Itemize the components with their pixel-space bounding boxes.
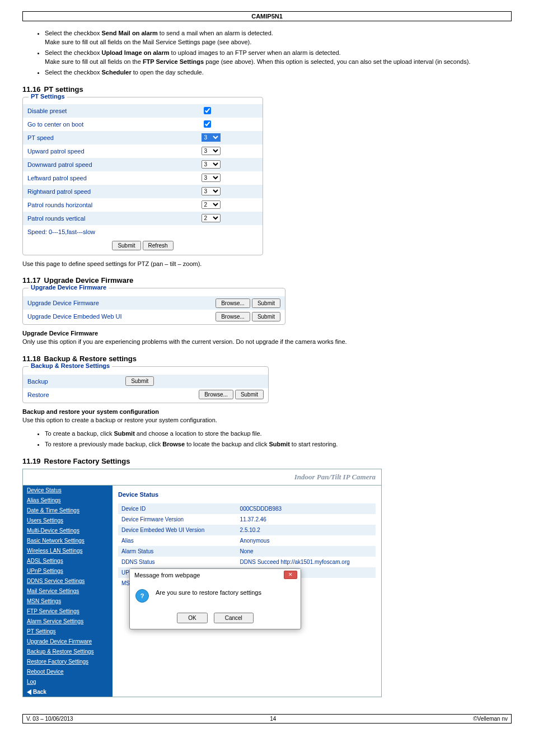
- section-upgrade-heading: 11.17Upgrade Device Firmware: [22, 276, 512, 284]
- doc-footer: V. 03 – 10/06/2013 14 ©Velleman nv: [22, 714, 512, 724]
- intro-b2: Select the checkbox Upload Image on alar…: [45, 49, 512, 67]
- close-icon[interactable]: ✕: [284, 571, 297, 579]
- rounds-v-select[interactable]: 2: [202, 214, 221, 222]
- s18-para: Use this option to create a backup or re…: [22, 417, 217, 423]
- nav-ftp-service[interactable]: FTP Service Settings: [23, 606, 113, 617]
- confirm-dialog: Message from webpage ✕ ? Are you sure to…: [129, 568, 301, 629]
- left-speed-select[interactable]: 3: [202, 174, 221, 182]
- intro-b2-sub-post: page (see above). When this option is se…: [204, 58, 470, 65]
- go-center-checkbox[interactable]: [204, 120, 211, 128]
- right-speed-select[interactable]: 3: [202, 187, 221, 195]
- nav-device-status[interactable]: Device Status: [23, 486, 113, 496]
- nav-ddns[interactable]: DDNS Service Settings: [23, 576, 113, 586]
- footer-version: V. 03 – 10/06/2013: [23, 715, 77, 723]
- sk2: Device Embeded Web UI Version: [118, 525, 237, 535]
- nav-alarm-service[interactable]: Alarm Service Settings: [23, 617, 113, 627]
- s18-b2-post: to start restoring.: [290, 441, 338, 447]
- s18-b1-post: and choose a location to store the backu…: [135, 430, 262, 437]
- upgrade-row1-label: Upgrade Device Firmware: [23, 296, 167, 310]
- pt-row-disable-label: Disable preset: [23, 104, 197, 118]
- backup-row-label: Backup: [23, 375, 121, 388]
- intro-b3-bold: Scheduler: [102, 69, 132, 76]
- pt-row-vrounds-label: Patrol rounds vertical: [23, 212, 197, 225]
- up-speed-select[interactable]: 3: [202, 147, 221, 155]
- pt-row-ptspeed-label: PT speed: [23, 131, 197, 144]
- s18-b1: To create a backup, click Submit and cho…: [45, 430, 512, 438]
- upgrade-row1-browse-button[interactable]: Browse...: [216, 298, 250, 308]
- down-speed-select[interactable]: 3: [202, 160, 221, 169]
- sv1: 11.37.2.46: [237, 514, 376, 525]
- nav-basic-network[interactable]: Basic Network Settings: [23, 536, 113, 546]
- backup-panel: Backup & Restore Settings Backup Submit …: [22, 366, 269, 403]
- sk4: Alarm Status: [118, 546, 237, 557]
- nav-sidebar: Device Status Alias Settings Date & Time…: [23, 486, 113, 697]
- pt-settings-panel: PT Settings Disable preset Go to center …: [22, 97, 263, 255]
- status-title: Device Status: [118, 489, 376, 503]
- nav-upgrade-firmware[interactable]: Upgrade Device Firmware: [23, 637, 113, 647]
- s18-subhead: Backup and restore your system configura…: [22, 408, 159, 415]
- modal-text: Are you sure to restore factory settings: [156, 589, 261, 596]
- sv0: 000C5DDDB983: [237, 503, 376, 514]
- s18-bullets: To create a backup, click Submit and cho…: [22, 430, 512, 449]
- backup-submit-button[interactable]: Submit: [125, 376, 154, 386]
- intro-b3-pre: Select the checkbox: [45, 69, 102, 76]
- s18-title: Backup & Restore settings: [44, 354, 137, 363]
- restore-submit-button[interactable]: Submit: [235, 390, 264, 399]
- nav-alias-settings[interactable]: Alias Settings: [23, 496, 113, 506]
- s16-title: PT settings: [44, 85, 83, 94]
- sv2: 2.5.10.2: [237, 525, 376, 535]
- nav-backup-restore[interactable]: Backup & Restore Settings: [23, 647, 113, 657]
- intro-b3-post: to open the day schedule.: [132, 69, 204, 76]
- nav-back[interactable]: Back: [23, 687, 113, 697]
- pt-row-hrounds-label: Patrol rounds horizontal: [23, 198, 197, 212]
- pt-refresh-button[interactable]: Refresh: [143, 241, 174, 250]
- upgrade-row2-submit-button[interactable]: Submit: [252, 312, 280, 321]
- pt-submit-button[interactable]: Submit: [112, 241, 140, 250]
- nav-adsl[interactable]: ADSL Settings: [23, 556, 113, 566]
- rounds-h-select[interactable]: 2: [202, 200, 221, 209]
- nav-pt-settings[interactable]: PT Settings: [23, 627, 113, 637]
- intro-b2-pre: Select the checkbox: [45, 49, 102, 56]
- intro-b1-sub: Make sure to fill out all fields on the …: [45, 39, 251, 45]
- modal-cancel-button[interactable]: Cancel: [214, 613, 254, 623]
- s18-b1-pre: To create a backup, click: [45, 430, 114, 437]
- nav-msn[interactable]: MSN Settings: [23, 596, 113, 606]
- intro-b2-sub-bold: FTP Service Settings: [143, 58, 204, 65]
- nav-multi-device[interactable]: Multi-Device Settings: [23, 526, 113, 536]
- nav-log[interactable]: Log: [23, 677, 113, 687]
- upgrade-table: Upgrade Device Firmware Browse... Submit…: [23, 296, 285, 323]
- device-pane: Indoor Pan/Tilt IP Camera Device Status …: [22, 469, 382, 697]
- intro-b1-post: to send a mail when an alarm is detected…: [158, 30, 273, 36]
- intro-b3: Select the checkbox Scheduler to open th…: [45, 68, 512, 77]
- nav-reboot[interactable]: Reboot Device: [23, 667, 113, 677]
- upgrade-row2-browse-button[interactable]: Browse...: [216, 312, 250, 321]
- modal-ok-button[interactable]: OK: [177, 613, 207, 623]
- section-backup-heading: 11.18Backup & Restore settings: [22, 354, 512, 363]
- s18-num: 11.18: [22, 354, 41, 363]
- pt-speed-select[interactable]: 3: [202, 133, 221, 142]
- nav-mail-service[interactable]: Mail Service Settings: [23, 586, 113, 596]
- upgrade-panel-legend: Upgrade Device Firmware: [29, 284, 109, 291]
- upgrade-row1-submit-button[interactable]: Submit: [252, 298, 280, 308]
- footer-copyright: ©Velleman nv: [470, 715, 511, 723]
- disable-preset-checkbox[interactable]: [204, 107, 211, 114]
- nav-wireless-lan[interactable]: Wireless LAN Settings: [23, 546, 113, 556]
- s18-b2-bold2: Submit: [269, 441, 290, 447]
- nav-date-time[interactable]: Date & Time Settings: [23, 506, 113, 516]
- pt-row-up-label: Upward patrol speed: [23, 144, 197, 158]
- sk3: Alias: [118, 535, 237, 546]
- s19-num: 11.19: [22, 457, 41, 465]
- nav-users[interactable]: Users Settings: [23, 516, 113, 526]
- pt-settings-table: Disable preset Go to center on boot PT s…: [23, 104, 263, 239]
- restore-browse-button[interactable]: Browse...: [199, 390, 233, 399]
- section-pt-heading: 11.16PT settings: [22, 85, 512, 94]
- nav-upnp[interactable]: UPnP Settings: [23, 566, 113, 576]
- doc-header: CAMIP5N1: [22, 11, 512, 21]
- intro-b2-sub-pre: Make sure to fill out all fields on the: [45, 58, 143, 65]
- sv4: None: [237, 546, 376, 557]
- nav-restore-factory[interactable]: Restore Factory Settings: [23, 657, 113, 667]
- s18-b1-bold: Submit: [114, 430, 135, 437]
- pt-row-down-label: Downward patrol speed: [23, 158, 197, 171]
- pt-speed-note: Speed: 0---15,fast---slow: [23, 225, 263, 239]
- sk0: Device ID: [118, 503, 237, 514]
